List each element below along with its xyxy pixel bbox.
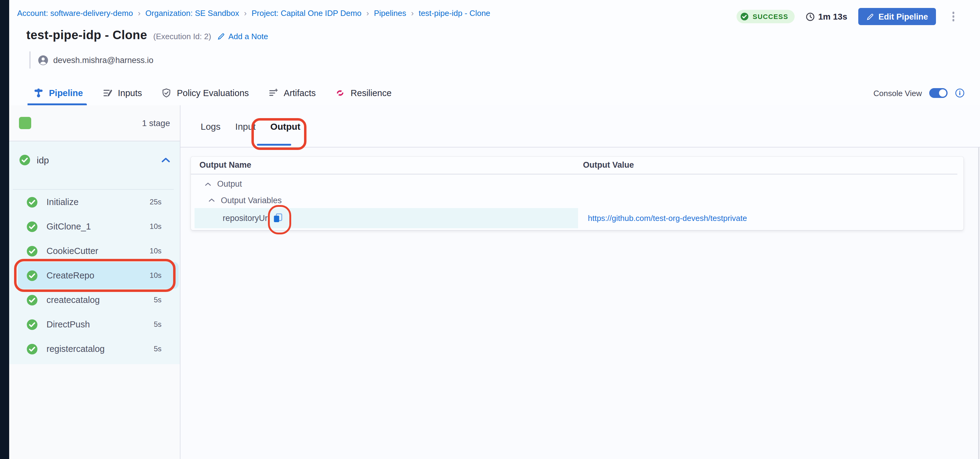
resilience-icon	[335, 88, 345, 98]
step-duration: 10s	[150, 222, 162, 231]
edit-pipeline-button[interactable]: Edit Pipeline	[858, 8, 936, 25]
output-group-label: Output	[217, 179, 242, 188]
artifacts-icon	[269, 88, 278, 98]
check-circle-icon	[19, 154, 30, 166]
step-row-registercatalog[interactable]: registercatalog 5s	[9, 336, 180, 361]
status-badge: SUCCESS	[737, 10, 794, 23]
step-row-createrepo-selected[interactable]: CreateRepo 10s	[9, 263, 180, 288]
pencil-icon	[866, 13, 874, 21]
subtab-output[interactable]: Output	[270, 121, 301, 131]
tab-pipeline-label: Pipeline	[49, 88, 83, 98]
check-circle-icon	[26, 294, 38, 306]
chevron-up-icon	[205, 182, 211, 186]
step-row-directpush[interactable]: DirectPush 5s	[9, 312, 180, 336]
step-row-cookiecutter[interactable]: CookieCutter 10s	[9, 239, 180, 263]
breadcrumb-separator: ›	[138, 9, 141, 18]
step-row-gitclone[interactable]: GitClone_1 10s	[9, 214, 180, 239]
column-header-output-value: Output Value	[583, 157, 634, 174]
output-group-toggle[interactable]: Output	[205, 175, 242, 192]
status-label: SUCCESS	[753, 13, 788, 20]
step-details-subtabs: Logs Input Output	[180, 105, 980, 148]
page-title: test-pipe-idp - Clone	[26, 28, 147, 42]
output-variable-name: repositoryUrl	[223, 208, 269, 228]
step-name: CreateRepo	[46, 271, 94, 280]
header-actions: SUCCESS 1m 13s Edit Pipeline	[737, 7, 936, 26]
edit-pipeline-label: Edit Pipeline	[878, 12, 928, 21]
console-view-control: Console View	[873, 81, 965, 105]
step-duration: 25s	[150, 198, 162, 206]
tab-resilience-label: Resilience	[350, 88, 391, 98]
output-variables-group-toggle[interactable]: Output Variables	[208, 192, 282, 208]
step-name: Initialize	[46, 197, 79, 207]
triggered-by: devesh.mishra@harness.io	[29, 51, 154, 69]
breadcrumb: Account: software-delivery-demo › Organi…	[17, 9, 490, 18]
duration-value: 1m 13s	[818, 12, 847, 21]
step-row-initialize[interactable]: Initialize 25s	[9, 190, 180, 214]
console-view-label: Console View	[873, 88, 922, 97]
tab-pipeline[interactable]: Pipeline	[33, 88, 83, 98]
execution-duration: 1m 13s	[805, 12, 847, 21]
check-circle-icon	[26, 245, 38, 257]
breadcrumb-current-pipeline[interactable]: test-pipe-idp - Clone	[419, 9, 490, 18]
tab-inputs-label: Inputs	[118, 88, 142, 98]
stages-sidebar: 1 stage idp Initialize 25s GitClone_1	[9, 105, 180, 459]
check-circle-icon	[26, 319, 38, 330]
pencil-icon	[217, 32, 225, 40]
step-duration: 5s	[154, 320, 162, 328]
chevron-up-icon[interactable]	[162, 157, 170, 163]
output-variable-value-link[interactable]: https://github.com/test-org-devesh/testp…	[588, 208, 747, 228]
check-circle-icon	[26, 269, 38, 281]
check-circle-icon	[26, 343, 38, 355]
step-details-pane: Logs Input Output Output Name Output Val…	[180, 105, 980, 459]
shield-check-icon	[162, 88, 171, 98]
user-email: devesh.mishra@harness.io	[53, 56, 154, 65]
stage-section-idp: idp Initialize 25s GitClone_1 10s Cookie…	[9, 141, 180, 364]
more-options-menu[interactable]	[951, 10, 956, 22]
check-circle-icon	[26, 196, 38, 208]
subtab-logs[interactable]: Logs	[200, 121, 221, 131]
execution-tabbar: Pipeline Inputs Policy Evaluations Artif…	[9, 81, 980, 106]
step-duration: 10s	[150, 271, 162, 280]
info-icon[interactable]	[955, 88, 965, 98]
tab-artifacts-label: Artifacts	[284, 88, 316, 98]
tab-policy-evaluations[interactable]: Policy Evaluations	[162, 88, 249, 98]
stage-row-idp[interactable]: idp	[9, 141, 180, 178]
stage-summary-header: 1 stage	[9, 105, 180, 141]
breadcrumb-separator: ›	[244, 9, 247, 18]
breadcrumb-separator: ›	[366, 9, 369, 18]
breadcrumb-project[interactable]: Project: Capital One IDP Demo	[251, 9, 361, 18]
stage-name: idp	[37, 155, 49, 165]
harness-execution-page: Account: software-delivery-demo › Organi…	[0, 0, 980, 459]
left-nav-rail	[0, 0, 9, 459]
execution-id: (Execution Id: 2)	[153, 32, 211, 41]
title-row: test-pipe-idp - Clone (Execution Id: 2) …	[26, 28, 268, 42]
stage-count: 1 stage	[142, 118, 170, 128]
breadcrumb-organization[interactable]: Organization: SE Sandbox	[145, 9, 239, 18]
chevron-up-icon	[208, 198, 215, 202]
active-subtab-underline	[257, 143, 291, 146]
user-avatar-icon	[38, 55, 48, 65]
tab-resilience[interactable]: Resilience	[335, 88, 391, 98]
add-note-link[interactable]: Add a Note	[217, 32, 268, 41]
step-duration: 5s	[154, 296, 162, 304]
tab-inputs[interactable]: Inputs	[102, 88, 142, 98]
console-view-toggle[interactable]	[929, 88, 948, 98]
breadcrumb-pipelines[interactable]: Pipelines	[374, 9, 406, 18]
check-circle-icon	[26, 221, 38, 232]
tab-artifacts[interactable]: Artifacts	[269, 88, 316, 98]
subtab-input[interactable]: Input	[235, 121, 256, 131]
scrollbar-track[interactable]	[978, 148, 979, 459]
output-variables-group-label: Output Variables	[221, 196, 282, 205]
copy-icon[interactable]	[273, 213, 283, 223]
step-row-createcatalog[interactable]: createcatalog 5s	[9, 288, 180, 312]
breadcrumb-account[interactable]: Account: software-delivery-demo	[17, 9, 133, 18]
step-name: GitClone_1	[46, 222, 91, 231]
tab-policy-evaluations-label: Policy Evaluations	[177, 88, 249, 98]
step-name: createcatalog	[46, 295, 100, 305]
inputs-icon	[102, 88, 112, 98]
step-duration: 5s	[154, 344, 162, 353]
step-name: CookieCutter	[46, 246, 98, 256]
stage-status-square	[19, 117, 31, 129]
step-name: DirectPush	[46, 319, 90, 329]
step-name: registercatalog	[46, 344, 105, 354]
